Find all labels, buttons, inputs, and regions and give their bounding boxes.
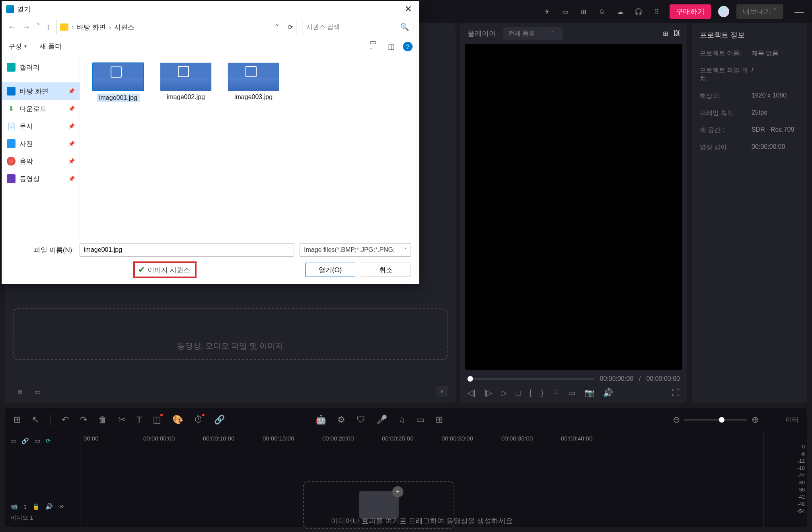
recent-icon[interactable]: ˅ <box>36 22 41 32</box>
send-icon[interactable]: ✈ <box>541 6 553 17</box>
scrub-slider[interactable] <box>467 378 594 380</box>
help-icon[interactable]: ? <box>403 42 413 51</box>
sidebar-item-documents[interactable]: 📄문서📌 <box>2 117 80 135</box>
folder-add-icon[interactable]: ⊕ <box>13 384 27 399</box>
media-drop-zone[interactable]: 동영상, 오디오 파일 및 이미지 <box>13 308 448 360</box>
mic-icon[interactable]: 🎤 <box>376 415 387 425</box>
search-icon[interactable]: 🔍 <box>400 23 409 31</box>
organize-button[interactable]: 구성▼ <box>8 42 27 51</box>
shield-icon[interactable]: 🛡 <box>356 415 365 425</box>
preview-pane-icon[interactable]: ◫ <box>386 42 396 51</box>
zoom-out-icon[interactable]: ⊖ <box>673 415 680 425</box>
headset-icon[interactable]: 🎧 <box>633 6 644 17</box>
sidebar-item-pictures[interactable]: 사진📌 <box>2 135 80 152</box>
track-collapse-icon[interactable]: ▭ <box>35 437 40 444</box>
display-icon[interactable]: ▭ <box>568 388 576 398</box>
file-item[interactable]: image001.jpg <box>88 62 148 231</box>
zoom-slider[interactable] <box>684 419 748 421</box>
layout-icon[interactable]: ⊞ <box>14 415 21 425</box>
open-button[interactable]: 열기(O) <box>305 263 355 277</box>
pin-icon: 📌 <box>68 175 75 182</box>
close-icon[interactable]: ✕ <box>401 4 415 14</box>
quality-select[interactable]: 전체 품질˅ <box>503 27 563 40</box>
gear-icon[interactable]: ⚙ <box>337 415 345 425</box>
ai-icon[interactable]: 🤖 <box>315 415 326 425</box>
track-label: 비디오 1 <box>10 514 74 522</box>
zoom-in-icon[interactable]: ⊕ <box>752 415 759 425</box>
breadcrumb[interactable]: 시퀀스 <box>114 23 134 32</box>
volume-icon[interactable]: 🔊 <box>603 388 613 398</box>
save-icon[interactable]: ⎙ <box>596 6 608 17</box>
refresh-icon[interactable]: ⟳ <box>288 23 293 31</box>
link-track-icon[interactable]: 🔗 <box>21 437 29 444</box>
prev-frame-icon[interactable]: ◁| <box>467 388 475 398</box>
info-label: 영상 길이: <box>700 143 752 152</box>
music-icon[interactable]: ♫ <box>398 415 405 425</box>
cut-icon[interactable]: ✂ <box>118 415 125 425</box>
sidebar-item-videos[interactable]: 동영상📌 <box>2 170 80 187</box>
speed-icon[interactable]: ⏱ <box>194 415 203 425</box>
cancel-button[interactable]: 취소 <box>361 263 411 277</box>
address-bar[interactable]: › 바탕 화면 › 시퀀스 ˅ ⟳ <box>56 20 296 34</box>
up-icon[interactable]: ↑ <box>46 22 51 32</box>
eye-icon[interactable]: 👁 <box>58 503 64 510</box>
undo-icon[interactable]: ↶ <box>62 415 69 425</box>
sidebar-item-desktop[interactable]: 바탕 화면📌 <box>2 82 80 100</box>
track-sync-icon[interactable]: ⟳ <box>46 437 51 444</box>
search-input[interactable] <box>306 23 400 31</box>
filetype-select[interactable]: Image files(*.BMP;*.JPG;*.PNG;˅ <box>300 243 411 257</box>
sidebar-item-downloads[interactable]: ⬇다운로드📌 <box>2 100 80 117</box>
snapshot-icon[interactable]: 🖼 <box>674 30 680 37</box>
export-button[interactable]: 내보내기 ˅ <box>736 4 783 19</box>
apps-icon[interactable]: ⠿ <box>651 6 662 17</box>
stop-icon[interactable]: □ <box>516 388 520 398</box>
avatar[interactable] <box>718 6 729 17</box>
open-file-dialog: 열기 ✕ ← → ˅ ↑ › 바탕 화면 › 시퀀스 ˅ ⟳ 🔍 구성▼ 새 폴… <box>2 1 419 284</box>
crop-icon[interactable]: ◫ <box>153 415 161 425</box>
screen-icon[interactable]: ⊞ <box>578 6 589 17</box>
fullscreen-icon[interactable]: ⛶ <box>672 388 680 398</box>
addr-dropdown-icon[interactable]: ˅ <box>276 23 279 31</box>
track-icon[interactable]: ▭ <box>10 437 16 444</box>
forward-icon[interactable]: → <box>22 22 31 32</box>
play-icon[interactable]: ▷ <box>501 388 507 398</box>
buy-button[interactable]: 구매하기 <box>670 4 711 19</box>
cloud-icon[interactable]: ☁ <box>615 6 626 17</box>
marker-icon[interactable]: ⚐ <box>552 388 559 398</box>
palette-icon[interactable]: 🎨 <box>172 415 183 425</box>
timeline-ruler[interactable]: 00:0000:00:05:0000:00:10:0000:00:15:0000… <box>80 432 763 445</box>
grid-view-icon[interactable]: ⊞ <box>663 30 668 37</box>
back-icon[interactable]: ← <box>8 22 16 32</box>
brace-open-icon[interactable]: { <box>530 388 532 398</box>
info-label: 색 공간 : <box>700 126 752 134</box>
file-item[interactable]: image003.jpg <box>223 62 284 231</box>
minimize-button[interactable]: — <box>794 6 804 17</box>
filename-input[interactable] <box>80 243 294 257</box>
new-folder-button[interactable]: 새 폴더 <box>39 42 62 51</box>
folder-icon[interactable]: ▭ <box>30 384 45 399</box>
device-icon[interactable]: ▭ <box>416 415 424 425</box>
file-item[interactable]: image002.jpg <box>156 62 216 231</box>
sidebar-item-music[interactable]: 음악📌 <box>2 152 80 170</box>
brace-close-icon[interactable]: } <box>541 388 543 398</box>
view-mode-icon[interactable]: ▭ ˅ <box>370 42 379 51</box>
image-sequence-checkbox[interactable]: ✔ 이미지 시퀀스 <box>133 261 197 278</box>
info-value: SDR - Rec.709 <box>752 126 794 134</box>
redo-icon[interactable]: ↷ <box>80 415 87 425</box>
text-icon[interactable]: T <box>136 415 142 425</box>
video-track-icon[interactable]: 📹 <box>10 503 18 510</box>
device-icon[interactable]: ▭ <box>560 6 571 17</box>
next-frame-icon[interactable]: |▷ <box>484 388 492 398</box>
panel-collapse-button[interactable]: ‹ <box>436 386 448 397</box>
link-icon[interactable]: 🔗 <box>214 415 225 425</box>
file-name: image001.jpg <box>99 94 137 101</box>
grid-icon[interactable]: ⊞ <box>436 415 443 425</box>
lock-icon[interactable]: 🔒 <box>32 503 40 510</box>
select-icon[interactable]: ↖ <box>32 415 39 425</box>
plus-icon: + <box>392 486 403 497</box>
breadcrumb[interactable]: 바탕 화면 <box>77 23 106 32</box>
sidebar-item-gallery[interactable]: 갤러리 <box>2 58 80 76</box>
delete-icon[interactable]: 🗑 <box>98 415 107 425</box>
mute-icon[interactable]: 🔊 <box>45 503 53 510</box>
camera-icon[interactable]: 📷 <box>584 388 594 398</box>
